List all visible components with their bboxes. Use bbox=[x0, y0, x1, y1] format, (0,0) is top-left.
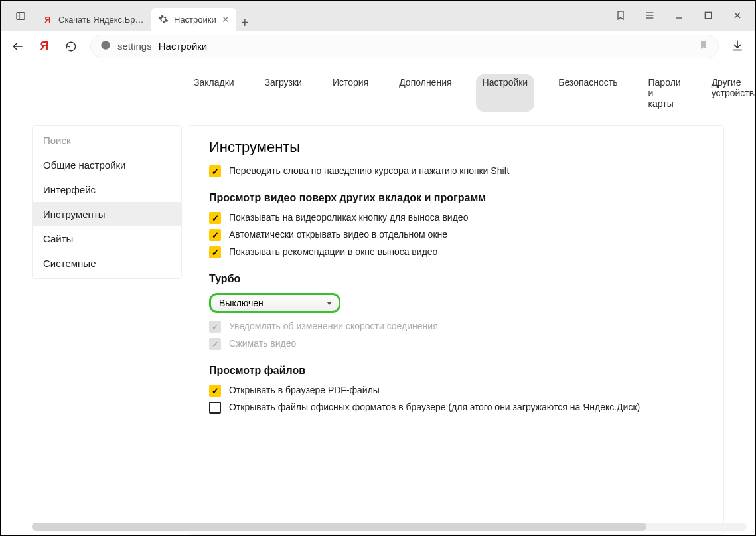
nav-bookmarks[interactable]: Закладки bbox=[187, 74, 241, 112]
tab-settings[interactable]: Настройки ✕ bbox=[151, 8, 236, 31]
section-video-overlay: Просмотр видео поверх других вкладок и п… bbox=[209, 192, 704, 204]
maximize-button[interactable] bbox=[702, 10, 715, 23]
sidebar-item-tools[interactable]: Инструменты bbox=[33, 202, 181, 226]
tab-label: Скачать Яндекс.Браузер д bbox=[58, 15, 145, 25]
checkbox-turbo-notify: Уведомлять об изменении скорости соедине… bbox=[209, 321, 704, 333]
checkbox-label: Сжимать видео bbox=[229, 338, 296, 349]
yandex-home-icon[interactable]: Я bbox=[37, 39, 52, 54]
close-window-button[interactable] bbox=[731, 10, 744, 23]
minimize-button[interactable] bbox=[672, 10, 686, 23]
checkbox-icon bbox=[209, 338, 221, 350]
address-bar: Я settings Настройки bbox=[1, 31, 755, 62]
checkbox-icon[interactable] bbox=[209, 246, 221, 258]
checkbox-icon[interactable] bbox=[209, 212, 221, 224]
settings-top-nav: Закладки Загрузки История Дополнения Нас… bbox=[1, 62, 755, 117]
checkbox-office[interactable]: Открывать файлы офисных форматов в брауз… bbox=[209, 402, 704, 414]
settings-sidebar: Поиск Общие настройки Интерфейс Инструме… bbox=[32, 125, 182, 279]
gear-icon bbox=[158, 14, 169, 25]
checkbox-icon bbox=[209, 321, 221, 333]
nav-history[interactable]: История bbox=[326, 74, 375, 112]
url-host: settings bbox=[117, 41, 152, 52]
checkbox-icon[interactable] bbox=[209, 385, 221, 397]
svg-rect-6 bbox=[705, 12, 711, 18]
yandex-favicon: Я bbox=[42, 14, 53, 25]
nav-settings[interactable]: Настройки bbox=[476, 74, 535, 112]
nav-addons[interactable]: Дополнения bbox=[392, 74, 458, 112]
downloads-icon[interactable] bbox=[731, 39, 745, 54]
svg-point-10 bbox=[101, 41, 110, 49]
sidebar-item-system[interactable]: Системные bbox=[33, 251, 181, 276]
sidebar-item-general[interactable]: Общие настройки bbox=[33, 153, 181, 177]
reload-button[interactable] bbox=[64, 39, 78, 54]
back-button[interactable] bbox=[11, 39, 25, 54]
browser-window: Я Скачать Яндекс.Браузер д Настройки ✕ + bbox=[0, 0, 756, 536]
section-file-preview: Просмотр файлов bbox=[209, 365, 704, 377]
nav-passwords[interactable]: Пароли и карты bbox=[642, 74, 688, 112]
settings-body: Поиск Общие настройки Интерфейс Инструме… bbox=[1, 117, 755, 535]
checkbox-icon[interactable] bbox=[209, 229, 221, 241]
close-tab-icon[interactable]: ✕ bbox=[222, 14, 230, 25]
tab-strip: Я Скачать Яндекс.Браузер д Настройки ✕ + bbox=[36, 1, 254, 31]
horizontal-scrollbar[interactable] bbox=[32, 523, 747, 531]
bookmark-icon[interactable] bbox=[698, 40, 709, 52]
page-title: Инструменты bbox=[209, 139, 704, 156]
sidebar-item-sites[interactable]: Сайты bbox=[33, 226, 181, 251]
nav-other-devices[interactable]: Другие устройства bbox=[705, 74, 756, 112]
url-title: Настройки bbox=[159, 41, 208, 52]
checkbox-label: Автоматически открывать видео в отдельно… bbox=[229, 229, 447, 240]
new-tab-button[interactable]: + bbox=[236, 15, 254, 31]
bookmark-flag-icon[interactable] bbox=[614, 10, 627, 23]
checkbox-translate-shift[interactable]: Переводить слова по наведению курсора и … bbox=[209, 165, 704, 177]
checkbox-label: Открывать файлы офисных форматов в брауз… bbox=[229, 402, 640, 412]
menu-icon[interactable] bbox=[643, 10, 656, 23]
checkbox-label: Показывать рекомендации в окне выноса ви… bbox=[229, 246, 437, 257]
scrollbar-thumb[interactable] bbox=[32, 523, 646, 531]
checkbox-label: Показывать на видеороликах кнопку для вы… bbox=[229, 212, 468, 223]
turbo-select[interactable]: Выключен bbox=[209, 293, 340, 313]
sidebar-search[interactable]: Поиск bbox=[33, 128, 181, 153]
checkbox-label: Уведомлять об изменении скорости соедине… bbox=[229, 321, 438, 331]
turbo-select-value: Выключен bbox=[219, 298, 264, 308]
nav-security[interactable]: Безопасность bbox=[552, 74, 624, 112]
settings-content: Инструменты Переводить слова по наведени… bbox=[189, 125, 724, 535]
checkbox-video-button[interactable]: Показывать на видеороликах кнопку для вы… bbox=[209, 212, 704, 224]
window-controls bbox=[614, 10, 744, 23]
site-lock-icon bbox=[100, 40, 111, 52]
checkbox-video-recs[interactable]: Показывать рекомендации в окне выноса ви… bbox=[209, 246, 704, 258]
svg-rect-0 bbox=[17, 13, 25, 20]
nav-downloads[interactable]: Загрузки bbox=[258, 74, 309, 112]
panel-toggle-icon[interactable] bbox=[13, 10, 28, 22]
checkbox-label: Переводить слова по наведению курсора и … bbox=[229, 165, 509, 176]
sidebar-item-interface[interactable]: Интерфейс bbox=[33, 177, 181, 202]
checkbox-label: Открывать в браузере PDF-файлы bbox=[229, 385, 380, 395]
tab-label: Настройки bbox=[174, 15, 216, 25]
tab-yandex-download[interactable]: Я Скачать Яндекс.Браузер д bbox=[36, 8, 151, 31]
checkbox-icon[interactable] bbox=[209, 402, 221, 414]
checkbox-pdf[interactable]: Открывать в браузере PDF-файлы bbox=[209, 385, 704, 397]
section-turbo: Турбо bbox=[209, 273, 704, 285]
checkbox-icon[interactable] bbox=[209, 165, 221, 177]
checkbox-video-auto[interactable]: Автоматически открывать видео в отдельно… bbox=[209, 229, 704, 241]
checkbox-turbo-compress: Сжимать видео bbox=[209, 338, 704, 350]
url-field[interactable]: settings Настройки bbox=[90, 35, 719, 58]
titlebar: Я Скачать Яндекс.Браузер д Настройки ✕ + bbox=[1, 1, 755, 31]
